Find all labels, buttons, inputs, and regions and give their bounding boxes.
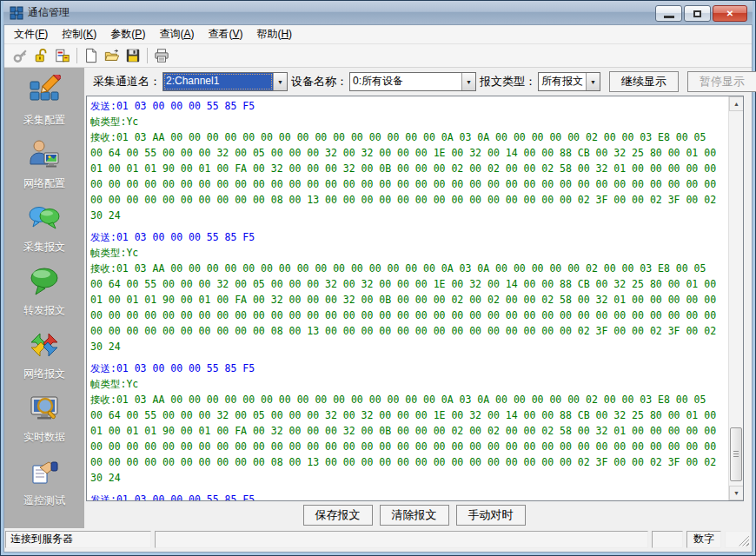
close-button[interactable]: ✕	[713, 5, 747, 22]
minimize-button[interactable]	[655, 5, 682, 22]
log-recv-line: 00 00 00 00 00 00 00 00 00 00 00 00 00 0…	[90, 176, 726, 192]
log-recv-line: 30 24	[90, 339, 726, 354]
log-send-line: 发送:01 03 00 00 00 55 85 F5	[90, 361, 726, 376]
device-label: 设备名称：	[291, 74, 348, 89]
chevron-down-icon[interactable]: ▼	[461, 73, 475, 90]
main-panel: 采集通道名： 2:Channel1 ▼ 设备名称： 0:所有设备 ▼ 报文类型：…	[84, 68, 752, 528]
unlock-icon[interactable]	[31, 46, 52, 65]
title-bar: 通信管理 ✕	[3, 1, 753, 24]
network-config-icon	[28, 138, 61, 175]
menu-bar: 文件(F)控制(K)参数(P)查询(A)查看(V)帮助(H)	[4, 25, 752, 44]
status-num-indicator: 数字	[686, 531, 721, 548]
save-message-button[interactable]: 保存报文	[303, 505, 373, 526]
message-log-panel: 发送:01 03 00 00 00 55 85 F5帧类型:Yc接收:01 03…	[86, 96, 744, 501]
menu-item[interactable]: 帮助(H)	[249, 24, 299, 44]
log-recv-line: 00 64 00 55 00 00 00 32 00 05 00 00 00 3…	[90, 276, 726, 292]
sidebar: 采集配置网络配置采集报文转发报文网络报文实时数据遥控测试	[4, 68, 84, 528]
log-recv-line: 01 00 01 01 90 00 01 00 FA 00 32 00 00 0…	[90, 292, 726, 308]
device-combobox[interactable]: 0:所有设备 ▼	[349, 72, 476, 91]
log-send-line: 发送:01 03 00 00 00 55 85 F5	[90, 229, 726, 245]
permission-icon[interactable]	[52, 46, 73, 65]
app-window: 通信管理 ✕ 文件(F)控制(K)参数(P)查询(A)查看(V)帮助(H) 采集…	[0, 0, 756, 556]
type-value: 所有报文	[539, 73, 586, 90]
collect-config-icon	[28, 75, 61, 111]
log-send-line: 发送:01 03 00 00 00 55 85 F5	[90, 492, 726, 500]
log-recv-line: 30 24	[90, 208, 726, 223]
pause-display-button: 暂停显示	[687, 71, 756, 92]
key-icon[interactable]	[10, 46, 31, 65]
log-recv-line: 帧类型:Yc	[90, 245, 726, 261]
status-message-pane	[155, 531, 648, 548]
menu-item[interactable]: 查询(A)	[152, 24, 201, 44]
sidebar-item-network-config[interactable]: 网络配置	[4, 134, 84, 197]
window-title: 通信管理	[28, 5, 70, 20]
tool-bar	[4, 44, 752, 68]
resize-grip[interactable]	[725, 531, 751, 548]
restore-button[interactable]	[684, 5, 711, 22]
save-icon[interactable]	[123, 46, 143, 65]
resume-display-button[interactable]: 继续显示	[609, 71, 679, 92]
controls-row: 采集通道名： 2:Channel1 ▼ 设备名称： 0:所有设备 ▼ 报文类型：…	[84, 68, 744, 96]
sidebar-item-label: 网络配置	[23, 176, 65, 191]
log-recv-line: 01 00 01 01 90 00 01 00 FA 00 32 00 00 0…	[90, 161, 726, 176]
sidebar-item-remote-test[interactable]: 遥控测试	[4, 451, 84, 514]
device-value: 0:所有设备	[350, 73, 461, 90]
type-combobox[interactable]: 所有报文 ▼	[538, 72, 600, 91]
log-recv-line: 00 64 00 55 00 00 00 32 00 05 00 00 00 3…	[90, 407, 726, 423]
sidebar-item-collect-config[interactable]: 采集配置	[4, 70, 84, 134]
manual-time-sync-button[interactable]: 手动对时	[456, 505, 526, 526]
vertical-scrollbar[interactable]: ▲ ▼	[728, 96, 743, 500]
log-send-line: 发送:01 03 00 00 00 55 85 F5	[90, 98, 726, 114]
scrollbar-thumb[interactable]	[730, 427, 742, 481]
scroll-up-icon[interactable]: ▲	[729, 96, 744, 111]
sidebar-item-label: 采集报文	[23, 240, 65, 255]
log-area[interactable]: 发送:01 03 00 00 00 55 85 F5帧类型:Yc接收:01 03…	[90, 98, 726, 500]
new-document-icon[interactable]	[81, 46, 102, 65]
status-connection: 连接到服务器	[5, 531, 151, 548]
menu-item[interactable]: 文件(F)	[7, 24, 55, 44]
remote-test-icon	[28, 455, 61, 492]
menu-item[interactable]: 参数(P)	[103, 24, 152, 44]
log-recv-line: 01 00 01 01 90 00 01 00 FA 00 32 00 00 0…	[90, 423, 726, 439]
app-frame: 文件(F)控制(K)参数(P)查询(A)查看(V)帮助(H) 采集配置网络配置采…	[3, 24, 753, 553]
log-message-block: 发送:01 03 00 00 00 55 85 F5帧类型:Yc接收:01 03…	[90, 229, 726, 354]
sidebar-item-forward-message[interactable]: 转发报文	[4, 261, 84, 324]
log-message-block: 发送:01 03 00 00 00 55 85 F5帧类型:Yc接收:01 03…	[90, 361, 726, 486]
log-recv-line: 00 00 00 00 00 00 00 00 00 00 08 00 13 0…	[90, 454, 726, 470]
bottom-buttons-row: 保存报文 清除报文 手动对时	[84, 501, 744, 528]
sidebar-item-realtime-data[interactable]: 实时数据	[4, 387, 84, 451]
sidebar-item-label: 遥控测试	[23, 493, 65, 508]
chevron-down-icon[interactable]: ▼	[273, 73, 287, 90]
forward-message-icon	[28, 265, 61, 301]
realtime-data-icon	[28, 392, 61, 428]
sidebar-item-network-message[interactable]: 网络报文	[4, 324, 84, 387]
log-recv-line: 30 24	[90, 470, 726, 486]
scroll-down-icon[interactable]: ▼	[729, 486, 744, 500]
print-icon[interactable]	[151, 46, 172, 65]
menu-item[interactable]: 控制(K)	[55, 24, 103, 44]
sidebar-item-label: 实时数据	[23, 430, 65, 445]
type-label: 报文类型：	[480, 74, 536, 89]
clear-message-button[interactable]: 清除报文	[380, 505, 449, 526]
log-recv-line: 00 64 00 55 00 00 00 32 00 05 00 00 00 3…	[90, 145, 726, 161]
log-recv-line: 00 00 00 00 00 00 00 00 00 00 08 00 13 0…	[90, 192, 726, 208]
chevron-down-icon[interactable]: ▼	[586, 73, 600, 90]
menu-item[interactable]: 查看(V)	[201, 24, 249, 44]
sidebar-item-label: 转发报文	[23, 303, 65, 318]
sidebar-item-label: 采集配置	[23, 113, 65, 128]
channel-value: 2:Channel1	[163, 73, 273, 90]
log-recv-line: 00 00 00 00 00 00 00 00 00 00 00 00 00 0…	[90, 439, 726, 454]
log-recv-line: 帧类型:Yc	[90, 376, 726, 392]
log-recv-line: 接收:01 03 AA 00 00 00 00 00 00 00 00 00 0…	[90, 129, 726, 145]
channel-combobox[interactable]: 2:Channel1 ▼	[162, 72, 288, 91]
log-recv-line: 00 00 00 00 00 00 00 00 00 00 00 00 00 0…	[90, 308, 726, 323]
app-icon	[10, 6, 23, 20]
collect-message-icon	[28, 202, 61, 238]
open-folder-icon[interactable]	[102, 46, 123, 65]
channel-label: 采集通道名：	[93, 74, 161, 89]
network-message-icon	[28, 328, 61, 365]
log-recv-line: 接收:01 03 AA 00 00 00 00 00 00 00 00 00 0…	[90, 261, 726, 276]
sidebar-item-label: 网络报文	[23, 367, 65, 381]
status-empty-pane	[652, 531, 683, 548]
sidebar-item-collect-message[interactable]: 采集报文	[4, 197, 84, 261]
